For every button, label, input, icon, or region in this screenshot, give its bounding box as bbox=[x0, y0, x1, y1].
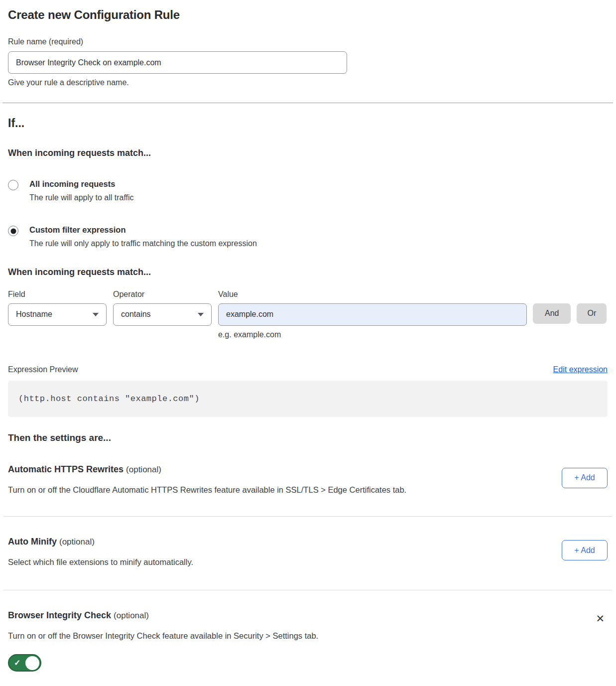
or-button[interactable]: Or bbox=[577, 303, 607, 324]
field-select[interactable]: Hostname bbox=[8, 303, 107, 326]
radio-label: All incoming requests bbox=[29, 179, 134, 189]
setting-title: Automatic HTTPS Rewrites (optional) bbox=[8, 464, 406, 475]
field-label: Field bbox=[8, 290, 107, 299]
add-automatic-https-rewrites-button[interactable]: + Add bbox=[562, 468, 608, 488]
radio-unchecked-icon[interactable] bbox=[8, 180, 18, 190]
edit-expression-link[interactable]: Edit expression bbox=[553, 365, 608, 374]
check-icon: ✓ bbox=[14, 658, 20, 668]
chevron-down-icon bbox=[93, 313, 99, 316]
setting-row-auto-minify: Auto Minify (optional) Select which file… bbox=[8, 537, 608, 589]
radio-option-custom-filter-expression[interactable]: Custom filter expression The rule will o… bbox=[8, 225, 608, 249]
expression-preview-header: Expression Preview Edit expression bbox=[8, 365, 608, 374]
rule-name-input[interactable] bbox=[8, 51, 347, 74]
value-helper: e.g. example.com bbox=[218, 330, 527, 339]
operator-select[interactable]: contains bbox=[113, 303, 212, 326]
create-configuration-rule-form: Create new Configuration Rule Rule name … bbox=[0, 0, 616, 686]
close-icon[interactable]: ✕ bbox=[593, 611, 608, 626]
optional-tag: (optional) bbox=[59, 537, 95, 547]
rule-name-label: Rule name (required) bbox=[8, 37, 608, 46]
radio-option-all-incoming-requests[interactable]: All incoming requests The rule will appl… bbox=[8, 179, 608, 203]
operator-selected-value: contains bbox=[121, 310, 151, 319]
expression-code: (http.host contains "example.com") bbox=[18, 394, 200, 404]
radio-description: The rule will apply to all traffic bbox=[29, 193, 134, 203]
toggle-knob[interactable] bbox=[25, 656, 39, 670]
and-button[interactable]: And bbox=[533, 303, 571, 324]
optional-tag: (optional) bbox=[114, 611, 149, 620]
setting-title: Auto Minify (optional) bbox=[8, 537, 193, 547]
radio-description: The rule will only apply to traffic matc… bbox=[29, 239, 257, 249]
if-heading: If... bbox=[8, 117, 608, 130]
match-options: All incoming requests The rule will appl… bbox=[8, 179, 608, 249]
setting-divider bbox=[3, 516, 612, 517]
then-heading: Then the settings are... bbox=[8, 432, 608, 443]
radio-checked-icon[interactable] bbox=[8, 226, 18, 236]
setting-title: Browser Integrity Check (optional) bbox=[8, 610, 318, 621]
section-divider bbox=[2, 103, 613, 103]
chevron-down-icon bbox=[198, 313, 204, 316]
rule-name-helper: Give your rule a descriptive name. bbox=[8, 78, 608, 87]
operator-label: Operator bbox=[113, 290, 212, 299]
setting-description: Turn on or off the Browser Integrity Che… bbox=[8, 631, 318, 641]
browser-integrity-check-toggle[interactable]: ✓ bbox=[8, 654, 41, 672]
setting-description: Turn on or off the Cloudflare Automatic … bbox=[8, 485, 406, 495]
expression-preview-box: (http.host contains "example.com") bbox=[8, 381, 608, 417]
radio-label: Custom filter expression bbox=[29, 225, 257, 235]
expression-builder-row: Field Hostname Operator contains Value e… bbox=[8, 290, 608, 339]
setting-row-browser-integrity-check: Browser Integrity Check (optional) Turn … bbox=[8, 610, 608, 672]
match-heading: When incoming requests match... bbox=[8, 148, 608, 158]
value-label: Value bbox=[218, 290, 527, 299]
expression-builder-heading: When incoming requests match... bbox=[8, 267, 608, 277]
page-title: Create new Configuration Rule bbox=[8, 8, 608, 22]
add-auto-minify-button[interactable]: + Add bbox=[562, 540, 608, 560]
optional-tag: (optional) bbox=[126, 465, 161, 474]
setting-divider bbox=[3, 590, 612, 590]
field-selected-value: Hostname bbox=[16, 310, 52, 319]
setting-description: Select which file extensions to minify a… bbox=[8, 557, 193, 567]
rule-name-group: Rule name (required) Give your rule a de… bbox=[8, 37, 608, 87]
expression-preview-label: Expression Preview bbox=[8, 365, 78, 374]
setting-row-automatic-https-rewrites: Automatic HTTPS Rewrites (optional) Turn… bbox=[8, 464, 608, 516]
value-input[interactable] bbox=[218, 303, 527, 326]
